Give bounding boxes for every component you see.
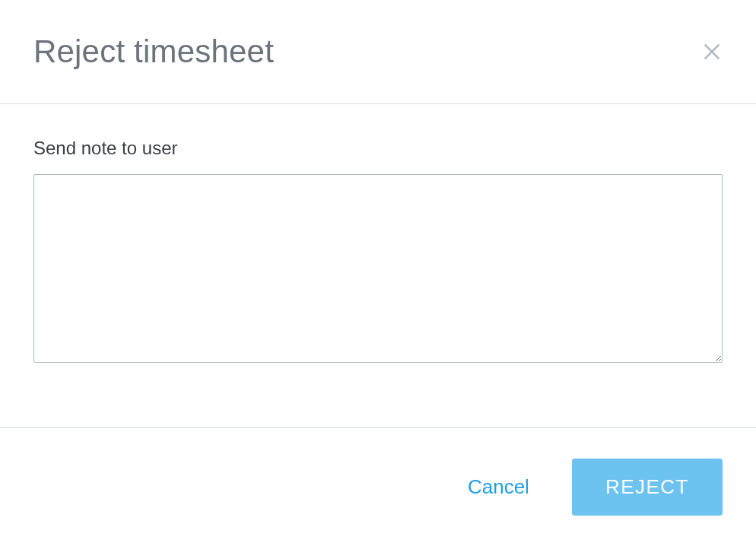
note-textarea[interactable] [33, 174, 723, 363]
close-button[interactable] [701, 41, 723, 62]
dialog-footer: Cancel REJECT [0, 427, 756, 546]
note-field-label: Send note to user [33, 138, 723, 159]
close-icon [701, 41, 723, 62]
dialog-header: Reject timesheet [0, 0, 756, 104]
cancel-button[interactable]: Cancel [465, 469, 532, 505]
dialog-body: Send note to user [0, 104, 756, 427]
reject-button[interactable]: REJECT [572, 459, 723, 516]
dialog-title: Reject timesheet [33, 33, 274, 70]
reject-timesheet-dialog: Reject timesheet Send note to user Cance… [0, 0, 756, 546]
